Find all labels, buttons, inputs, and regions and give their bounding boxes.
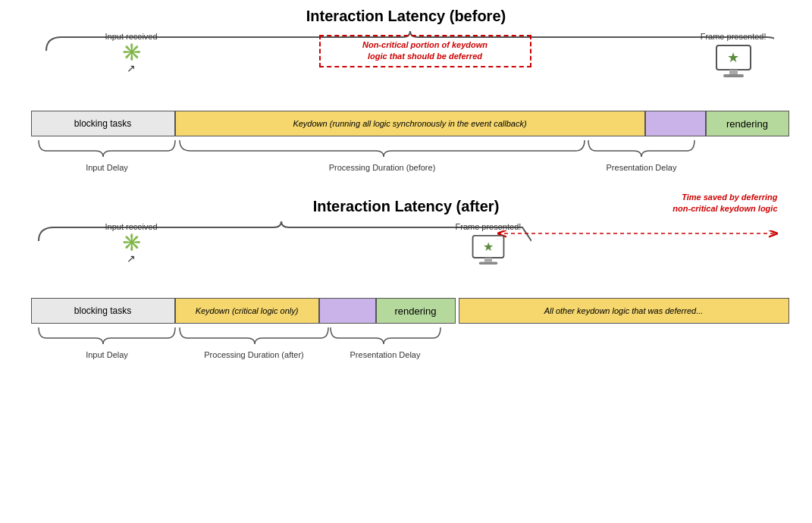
svg-text:★: ★ xyxy=(727,50,739,65)
rendering-purple-after xyxy=(319,298,376,324)
rendering-block-before: rendering xyxy=(706,111,789,136)
blocking-tasks-before: blocking tasks xyxy=(31,111,175,136)
svg-text:Processing Duration (after): Processing Duration (after) xyxy=(204,350,303,359)
input-received-after: Input received ✳️ ↗ xyxy=(105,222,158,265)
rendering-purple-before xyxy=(645,111,706,136)
keydown-block-before: Keydown (running all logic synchronously… xyxy=(175,111,645,136)
svg-text:★: ★ xyxy=(482,240,493,253)
section1-title: Interaction Latency (before) xyxy=(24,8,789,25)
svg-text:Input Delay: Input Delay xyxy=(86,350,128,359)
deferred-block-after: All other keydown logic that was deferre… xyxy=(459,298,789,324)
time-saved-annotation: Time saved by deferringnon-critical keyd… xyxy=(672,192,777,215)
bottom-braces-after: Input Delay Processing Duration (after) … xyxy=(31,326,774,362)
input-received-before: Input received ✳️ ↗ xyxy=(105,32,158,74)
time-saved-arrow xyxy=(494,226,782,241)
svg-rect-10 xyxy=(484,258,492,262)
red-annotation-before: Non-critical portion of keydownlogic tha… xyxy=(319,35,531,67)
svg-text:Processing Duration (before): Processing Duration (before) xyxy=(328,163,435,172)
bottom-braces-before: Input Delay Processing Duration (before)… xyxy=(31,139,759,175)
frame-presented-after: Frame presented! ★ xyxy=(456,222,522,268)
svg-rect-11 xyxy=(479,262,498,265)
svg-rect-2 xyxy=(729,70,738,74)
frame-presented-before: Frame presented! ★ xyxy=(701,32,767,80)
svg-text:Presentation Delay: Presentation Delay xyxy=(606,163,676,172)
svg-text:Presentation Delay: Presentation Delay xyxy=(350,350,420,359)
svg-rect-3 xyxy=(723,74,744,77)
rendering-block-after: rendering xyxy=(376,298,456,324)
blocking-tasks-after: blocking tasks xyxy=(31,298,175,324)
svg-text:Input Delay: Input Delay xyxy=(86,163,128,172)
keydown-block-after: Keydown (critical logic only) xyxy=(175,298,319,324)
